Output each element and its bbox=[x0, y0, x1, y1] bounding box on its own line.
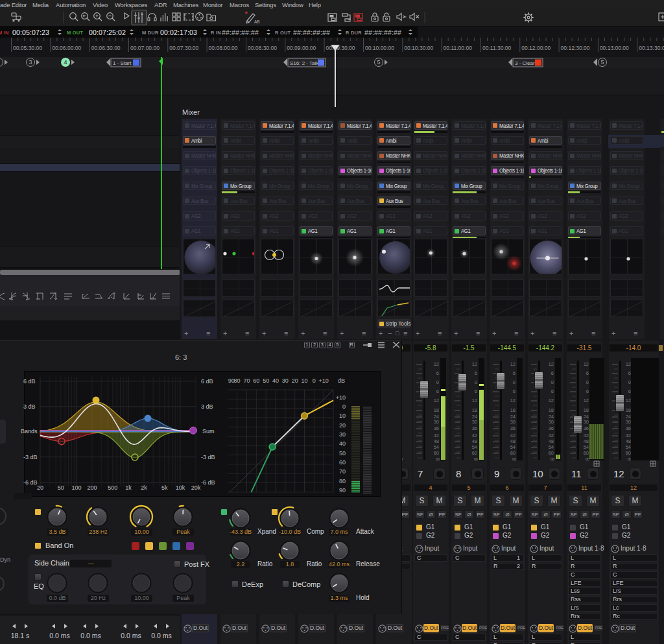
svg-text:00:12:00:00: 00:12:00:00 bbox=[521, 45, 551, 51]
svg-text:5: 5 bbox=[600, 59, 604, 66]
svg-text:00:12:30:00: 00:12:30:00 bbox=[561, 45, 590, 51]
svg-text:00:11:00:00: 00:11:00:00 bbox=[444, 45, 473, 51]
svg-text:00:13:00:00: 00:13:00:00 bbox=[600, 45, 629, 51]
svg-text:3 - Clear: 3 - Clear bbox=[515, 60, 535, 66]
svg-text:00:10:30:00: 00:10:30:00 bbox=[404, 45, 433, 51]
svg-text:00:11:30:00: 00:11:30:00 bbox=[482, 45, 512, 51]
svg-text:00:13:30:00: 00:13:30:00 bbox=[639, 45, 664, 51]
